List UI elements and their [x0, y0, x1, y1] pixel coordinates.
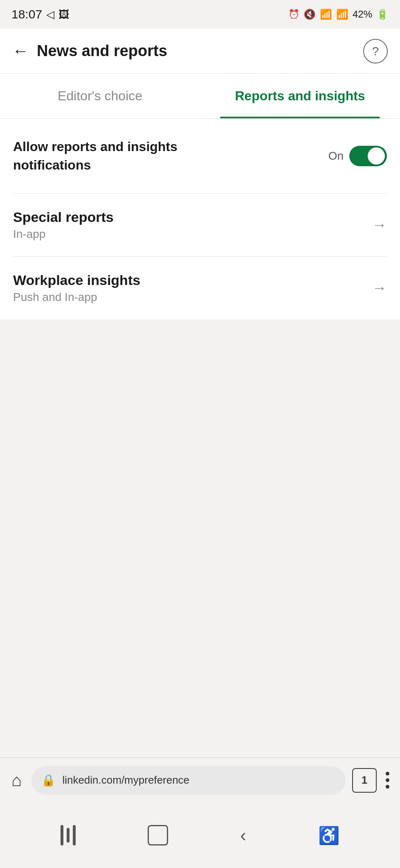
- navigation-icon: ◁: [46, 8, 54, 21]
- toggle-right: On: [328, 146, 387, 166]
- tab-editors-choice[interactable]: Editor's choice: [0, 74, 200, 118]
- special-reports-title: Special reports: [13, 209, 372, 225]
- system-nav: ‹ ♿: [0, 802, 400, 868]
- menu-dot-1: [386, 772, 389, 775]
- special-reports-arrow-icon: →: [372, 216, 387, 233]
- toggle-state-text: On: [328, 149, 344, 163]
- back-nav-button[interactable]: ‹: [240, 825, 246, 845]
- status-icons: ⏰ 🔇 📶 📶 42% 🔋: [288, 9, 389, 20]
- home-button[interactable]: ⌂: [8, 767, 25, 793]
- lock-icon: 🔒: [41, 773, 56, 787]
- special-reports-item[interactable]: Special reports In-app →: [0, 194, 400, 256]
- signal-icon: 📶: [336, 9, 348, 20]
- notifications-toggle[interactable]: [349, 146, 387, 166]
- tab-count-button[interactable]: 1: [352, 768, 377, 793]
- battery-text: 42%: [353, 9, 372, 20]
- home-nav-button[interactable]: [148, 825, 168, 845]
- browser-bar: ⌂ 🔒 linkedin.com/mypreference 1: [0, 757, 400, 802]
- back-nav-icon: ‹: [240, 825, 246, 845]
- accessibility-icon: ♿: [318, 825, 339, 845]
- special-reports-content: Special reports In-app: [13, 209, 372, 241]
- tab-count-text: 1: [362, 774, 367, 787]
- alarm-icon: ⏰: [288, 9, 299, 20]
- workplace-insights-content: Workplace insights Push and In-app: [13, 272, 372, 304]
- url-text: linkedin.com/mypreference: [62, 774, 189, 787]
- toggle-thumb: [368, 147, 385, 165]
- recent-apps-icon: [61, 825, 76, 845]
- nav-left: ← News and reports: [12, 42, 167, 60]
- image-icon: 🖼: [58, 8, 69, 21]
- home-icon: ⌂: [11, 771, 22, 790]
- toggle-section: Allow reports and insights notifications…: [0, 119, 400, 193]
- url-bar[interactable]: 🔒 linkedin.com/mypreference: [31, 766, 346, 795]
- top-nav: ← News and reports ?: [0, 29, 400, 74]
- workplace-insights-title: Workplace insights: [13, 272, 372, 288]
- tab-editors-choice-label: Editor's choice: [58, 88, 142, 104]
- wifi-icon: 📶: [320, 9, 332, 20]
- help-icon: ?: [372, 44, 379, 58]
- page-title: News and reports: [37, 42, 167, 60]
- workplace-insights-arrow-icon: →: [372, 279, 387, 296]
- tab-reports-insights-label: Reports and insights: [235, 88, 365, 104]
- browser-menu-button[interactable]: [383, 769, 392, 791]
- status-bar: 18:07 ◁ 🖼 ⏰ 🔇 📶 📶 42% 🔋: [0, 0, 400, 29]
- menu-dot-3: [386, 785, 389, 789]
- tab-reports-insights[interactable]: Reports and insights: [200, 74, 400, 118]
- battery-icon: 🔋: [376, 9, 389, 20]
- accessibility-button[interactable]: ♿: [318, 825, 339, 845]
- help-button[interactable]: ?: [363, 39, 388, 63]
- tabs-container: Editor's choice Reports and insights: [0, 74, 400, 119]
- home-nav-icon: [148, 825, 168, 845]
- menu-dot-2: [386, 778, 389, 782]
- mute-icon: 🔇: [303, 9, 316, 20]
- workplace-insights-item[interactable]: Workplace insights Push and In-app →: [0, 257, 400, 319]
- workplace-insights-subtitle: Push and In-app: [13, 291, 372, 304]
- main-content: Allow reports and insights notifications…: [0, 119, 400, 319]
- recent-apps-button[interactable]: [61, 825, 76, 845]
- back-button[interactable]: ←: [12, 42, 29, 60]
- status-time: 18:07 ◁ 🖼: [11, 7, 69, 21]
- special-reports-subtitle: In-app: [13, 228, 372, 241]
- time-text: 18:07: [11, 7, 42, 21]
- toggle-label: Allow reports and insights notifications: [13, 138, 250, 174]
